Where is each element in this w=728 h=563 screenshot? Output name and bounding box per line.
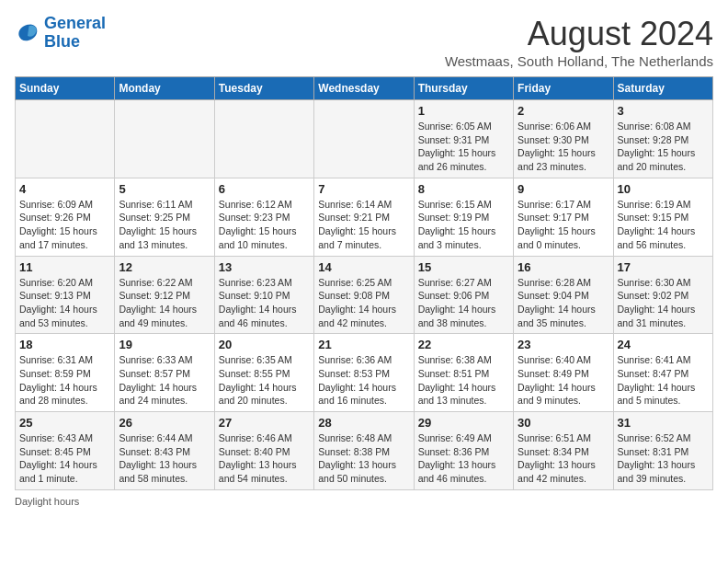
day-info: Sunrise: 6:05 AM Sunset: 9:31 PM Dayligh… [418, 120, 509, 174]
day-info: Sunrise: 6:43 AM Sunset: 8:45 PM Dayligh… [19, 431, 110, 486]
calendar-cell: 25Sunrise: 6:43 AM Sunset: 8:45 PM Dayli… [16, 412, 115, 490]
day-info: Sunrise: 6:33 AM Sunset: 8:57 PM Dayligh… [119, 353, 210, 408]
day-number: 17 [618, 260, 709, 274]
calendar-week-row: 4Sunrise: 6:09 AM Sunset: 9:26 PM Daylig… [16, 178, 713, 256]
day-number: 2 [518, 104, 609, 118]
day-number: 21 [318, 338, 409, 351]
day-number: 24 [618, 338, 709, 351]
calendar-cell [314, 100, 414, 178]
calendar-cell: 4Sunrise: 6:09 AM Sunset: 9:26 PM Daylig… [16, 178, 115, 256]
day-info: Sunrise: 6:38 AM Sunset: 8:51 PM Dayligh… [418, 353, 509, 408]
day-info: Sunrise: 6:06 AM Sunset: 9:30 PM Dayligh… [518, 120, 609, 174]
logo-text: General Blue [44, 15, 106, 52]
day-info: Sunrise: 6:22 AM Sunset: 9:12 PM Dayligh… [119, 276, 210, 330]
day-number: 30 [518, 416, 609, 430]
day-info: Sunrise: 6:08 AM Sunset: 9:28 PM Dayligh… [618, 120, 709, 174]
col-header-wednesday: Wednesday [314, 77, 414, 100]
day-info: Sunrise: 6:19 AM Sunset: 9:15 PM Dayligh… [618, 198, 709, 252]
calendar-table: SundayMondayTuesdayWednesdayThursdayFrid… [15, 76, 713, 490]
calendar-cell: 7Sunrise: 6:14 AM Sunset: 9:21 PM Daylig… [314, 178, 414, 256]
day-number: 3 [618, 104, 709, 118]
day-number: 8 [418, 182, 509, 196]
day-info: Sunrise: 6:51 AM Sunset: 8:34 PM Dayligh… [518, 431, 609, 486]
logo-line2: Blue [44, 32, 80, 51]
day-number: 22 [418, 338, 509, 351]
calendar-cell: 9Sunrise: 6:17 AM Sunset: 9:17 PM Daylig… [514, 178, 613, 256]
calendar-cell: 20Sunrise: 6:35 AM Sunset: 8:55 PM Dayli… [214, 334, 313, 412]
day-info: Sunrise: 6:28 AM Sunset: 9:04 PM Dayligh… [518, 276, 609, 330]
day-number: 31 [618, 416, 709, 430]
col-header-saturday: Saturday [613, 77, 712, 100]
day-number: 11 [19, 260, 110, 274]
day-number: 13 [219, 260, 310, 274]
day-number: 28 [318, 416, 409, 430]
day-info: Sunrise: 6:52 AM Sunset: 8:31 PM Dayligh… [618, 431, 709, 486]
day-number: 15 [418, 260, 509, 274]
day-info: Sunrise: 6:15 AM Sunset: 9:19 PM Dayligh… [418, 198, 509, 252]
page-header: General Blue August 2024 Westmaas, South… [15, 15, 713, 69]
calendar-cell: 29Sunrise: 6:49 AM Sunset: 8:36 PM Dayli… [414, 412, 513, 490]
calendar-cell [214, 100, 313, 178]
day-number: 7 [318, 182, 409, 196]
calendar-cell: 18Sunrise: 6:31 AM Sunset: 8:59 PM Dayli… [16, 334, 115, 412]
day-info: Sunrise: 6:35 AM Sunset: 8:55 PM Dayligh… [219, 353, 310, 408]
calendar-cell: 13Sunrise: 6:23 AM Sunset: 9:10 PM Dayli… [214, 256, 313, 334]
day-info: Sunrise: 6:48 AM Sunset: 8:38 PM Dayligh… [318, 431, 409, 486]
calendar-cell: 31Sunrise: 6:52 AM Sunset: 8:31 PM Dayli… [613, 412, 712, 490]
daylight-label: Daylight hours [15, 496, 79, 507]
calendar-cell: 19Sunrise: 6:33 AM Sunset: 8:57 PM Dayli… [115, 334, 214, 412]
day-number: 23 [518, 338, 609, 351]
calendar-cell: 27Sunrise: 6:46 AM Sunset: 8:40 PM Dayli… [214, 412, 313, 490]
day-info: Sunrise: 6:41 AM Sunset: 8:47 PM Dayligh… [618, 353, 709, 408]
day-number: 12 [119, 260, 210, 274]
calendar-cell: 12Sunrise: 6:22 AM Sunset: 9:12 PM Dayli… [115, 256, 214, 334]
day-number: 14 [318, 260, 409, 274]
calendar-cell: 24Sunrise: 6:41 AM Sunset: 8:47 PM Dayli… [613, 334, 712, 412]
col-header-friday: Friday [514, 77, 613, 100]
calendar-cell: 21Sunrise: 6:36 AM Sunset: 8:53 PM Dayli… [314, 334, 414, 412]
calendar-week-row: 1Sunrise: 6:05 AM Sunset: 9:31 PM Daylig… [16, 100, 713, 178]
calendar-cell: 2Sunrise: 6:06 AM Sunset: 9:30 PM Daylig… [514, 100, 613, 178]
calendar-cell: 16Sunrise: 6:28 AM Sunset: 9:04 PM Dayli… [514, 256, 613, 334]
day-number: 27 [219, 416, 310, 430]
calendar-week-row: 25Sunrise: 6:43 AM Sunset: 8:45 PM Dayli… [16, 412, 713, 490]
calendar-cell: 23Sunrise: 6:40 AM Sunset: 8:49 PM Dayli… [514, 334, 613, 412]
day-info: Sunrise: 6:17 AM Sunset: 9:17 PM Dayligh… [518, 198, 609, 252]
calendar-cell: 3Sunrise: 6:08 AM Sunset: 9:28 PM Daylig… [613, 100, 712, 178]
calendar-week-row: 18Sunrise: 6:31 AM Sunset: 8:59 PM Dayli… [16, 334, 713, 412]
calendar-header-row: SundayMondayTuesdayWednesdayThursdayFrid… [16, 77, 713, 100]
calendar-cell: 30Sunrise: 6:51 AM Sunset: 8:34 PM Dayli… [514, 412, 613, 490]
calendar-cell: 15Sunrise: 6:27 AM Sunset: 9:06 PM Dayli… [414, 256, 513, 334]
calendar-cell: 17Sunrise: 6:30 AM Sunset: 9:02 PM Dayli… [613, 256, 712, 334]
day-info: Sunrise: 6:23 AM Sunset: 9:10 PM Dayligh… [219, 276, 310, 330]
logo-line1: General [44, 14, 106, 32]
day-info: Sunrise: 6:49 AM Sunset: 8:36 PM Dayligh… [418, 431, 509, 486]
day-number: 10 [618, 182, 709, 196]
day-number: 18 [19, 338, 110, 351]
month-title: August 2024 [445, 15, 713, 53]
day-number: 5 [119, 182, 210, 196]
day-number: 20 [219, 338, 310, 351]
day-number: 1 [418, 104, 509, 118]
day-number: 6 [219, 182, 310, 196]
calendar-cell: 22Sunrise: 6:38 AM Sunset: 8:51 PM Dayli… [414, 334, 513, 412]
title-block: August 2024 Westmaas, South Holland, The… [445, 15, 713, 69]
calendar-cell: 5Sunrise: 6:11 AM Sunset: 9:25 PM Daylig… [115, 178, 214, 256]
day-info: Sunrise: 6:27 AM Sunset: 9:06 PM Dayligh… [418, 276, 509, 330]
logo-icon [15, 20, 40, 46]
col-header-tuesday: Tuesday [214, 77, 313, 100]
col-header-thursday: Thursday [414, 77, 513, 100]
day-info: Sunrise: 6:14 AM Sunset: 9:21 PM Dayligh… [318, 198, 409, 252]
day-number: 4 [19, 182, 110, 196]
calendar-cell: 1Sunrise: 6:05 AM Sunset: 9:31 PM Daylig… [414, 100, 513, 178]
day-info: Sunrise: 6:25 AM Sunset: 9:08 PM Dayligh… [318, 276, 409, 330]
day-info: Sunrise: 6:20 AM Sunset: 9:13 PM Dayligh… [19, 276, 110, 330]
calendar-cell: 28Sunrise: 6:48 AM Sunset: 8:38 PM Dayli… [314, 412, 414, 490]
calendar-cell [16, 100, 115, 178]
col-header-monday: Monday [115, 77, 214, 100]
calendar-cell: 14Sunrise: 6:25 AM Sunset: 9:08 PM Dayli… [314, 256, 414, 334]
logo: General Blue [15, 15, 106, 52]
calendar-week-row: 11Sunrise: 6:20 AM Sunset: 9:13 PM Dayli… [16, 256, 713, 334]
day-info: Sunrise: 6:09 AM Sunset: 9:26 PM Dayligh… [19, 198, 110, 252]
calendar-cell [115, 100, 214, 178]
